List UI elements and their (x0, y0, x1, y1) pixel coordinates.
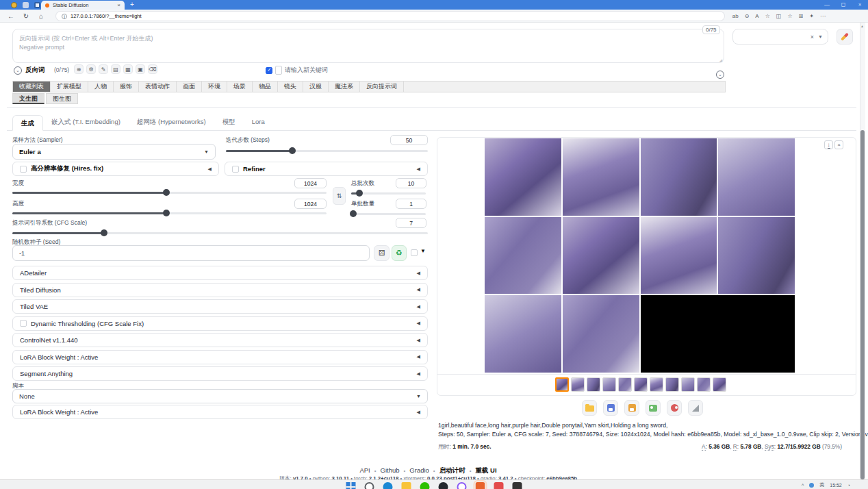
generated-image[interactable] (485, 138, 561, 216)
keyword-tab[interactable]: 场景 (227, 82, 253, 92)
home-icon[interactable]: ⌂ (36, 10, 47, 23)
hires-fix-toggle[interactable]: 高分辨率修复 (Hires. fix) ◀ (12, 162, 219, 176)
main-tab[interactable]: 生成 (12, 115, 43, 131)
batch-count-input[interactable]: 10 (396, 178, 426, 188)
thumbnail[interactable] (697, 377, 711, 392)
favorite-star-icon[interactable]: ☆ (765, 13, 770, 19)
main-tab[interactable]: 嵌入式 (T.I. Embedding) (43, 114, 129, 130)
accordion[interactable]: Tiled Diffusion◀ (12, 283, 428, 297)
extra-networks-icon[interactable]: ▦ (123, 64, 133, 74)
close-gallery-button[interactable]: × (834, 140, 843, 149)
bilibili-icon[interactable] (494, 482, 504, 489)
result-image-grid[interactable] (485, 138, 795, 373)
cfg-input[interactable]: 7 (396, 218, 426, 228)
keyword-tab[interactable]: 反向提示词 (360, 82, 404, 92)
keyword-tab[interactable]: 环境 (202, 82, 227, 92)
refiner-checkbox[interactable] (232, 166, 239, 173)
edit-styles-button[interactable] (837, 29, 853, 45)
accordion[interactable]: ADetailer◀ (12, 266, 428, 280)
system-tray[interactable]: ^ 英 15:52 ◔ (802, 481, 850, 488)
clear-styles-icon[interactable]: × (810, 34, 814, 40)
accordion-checkbox[interactable] (20, 320, 27, 327)
save-zip-button[interactable] (624, 400, 639, 416)
keyword-checkbox[interactable] (266, 67, 272, 74)
sampler-dropdown[interactable]: Euler a▼ (12, 144, 216, 160)
generated-image[interactable] (641, 138, 717, 216)
palette-button[interactable] (667, 400, 682, 416)
generated-image[interactable] (563, 138, 639, 216)
generated-image[interactable] (563, 295, 639, 373)
steps-slider[interactable] (226, 147, 428, 155)
back-icon[interactable]: ← (5, 10, 16, 23)
hires-checkbox[interactable] (20, 166, 27, 173)
download-image-button[interactable]: ↓ (824, 140, 833, 149)
edge-browser-icon[interactable] (383, 482, 393, 489)
translate-icon[interactable]: ab (732, 13, 739, 19)
keyword-tab[interactable]: 物品 (253, 82, 278, 92)
thumbnail[interactable] (602, 377, 616, 392)
batch-size-input[interactable]: 1 (396, 199, 426, 209)
keyword-tab[interactable]: 表情动作 (139, 82, 177, 92)
tray-network-icon[interactable] (809, 483, 814, 488)
thumbnail[interactable] (713, 377, 726, 392)
accordion[interactable]: Tiled VAE◀ (12, 299, 428, 314)
footer-link[interactable]: Github (381, 466, 400, 474)
width-input[interactable]: 1024 (294, 178, 327, 188)
notebook-icon[interactable]: ▤ (111, 64, 120, 74)
start-button[interactable] (346, 482, 356, 489)
save-button[interactable] (603, 400, 618, 416)
generated-image[interactable] (641, 217, 717, 294)
thumbnail[interactable] (618, 377, 632, 392)
thumbnail[interactable] (681, 377, 695, 392)
minimize-button[interactable]: — (819, 0, 835, 10)
collections-icon[interactable]: ⊞ (799, 13, 804, 19)
keyword-input[interactable] (275, 66, 282, 75)
profile-badge-icon[interactable] (11, 2, 17, 8)
collapse-section-icon[interactable]: ⌄ (14, 66, 22, 75)
swap-dimensions-button[interactable]: ⇅ (333, 187, 346, 205)
sd-launcher-icon[interactable] (476, 482, 485, 489)
generated-image[interactable] (485, 217, 561, 294)
trash-icon[interactable]: ⌫ (148, 64, 157, 74)
open-folder-button[interactable] (582, 400, 597, 416)
thumbnail[interactable] (571, 377, 585, 392)
keyword-tab[interactable]: 人物 (88, 82, 114, 92)
height-input[interactable]: 1024 (294, 199, 327, 209)
terminal-icon[interactable] (513, 482, 522, 489)
workspace-icon[interactable] (23, 2, 29, 8)
restore-button[interactable]: ◻ (835, 0, 852, 10)
close-button[interactable]: × (852, 0, 868, 10)
globe-icon[interactable]: ⊕ (74, 64, 84, 74)
notifications-icon[interactable]: ◔ (847, 483, 850, 488)
tab-close-icon[interactable]: × (117, 2, 120, 8)
height-slider[interactable] (12, 209, 327, 217)
footer-link[interactable]: 重载 UI (475, 466, 496, 474)
send-image-button[interactable] (646, 400, 661, 416)
loop-icon[interactable] (457, 482, 467, 489)
wechat-icon[interactable] (420, 482, 430, 489)
thumbnail[interactable] (665, 377, 679, 392)
github-desktop-icon[interactable] (439, 482, 448, 489)
generated-image[interactable] (485, 295, 561, 373)
random-seed-button[interactable]: ⚄ (374, 245, 390, 261)
ruler-button[interactable] (688, 400, 703, 416)
clipboard-icon[interactable]: ▣ (136, 64, 145, 74)
generated-image[interactable] (718, 138, 795, 216)
thumbnail[interactable] (555, 377, 569, 392)
zoom-icon[interactable]: ⊖ (745, 13, 750, 19)
more-menu-icon[interactable]: ⋯ (820, 13, 826, 19)
collapse-keyword-panel-icon[interactable]: ⌄ (716, 71, 724, 79)
main-tab[interactable]: Lora (244, 114, 273, 130)
accordion[interactable]: ControlNet v1.1.440◀ (12, 333, 428, 347)
reuse-seed-button[interactable]: ♻ (392, 245, 407, 261)
styles-dropdown[interactable]: × ▼ (732, 29, 828, 45)
black-filler-cell[interactable] (641, 295, 795, 373)
footer-link[interactable]: API (359, 466, 370, 474)
gear-icon[interactable]: ⚙ (86, 64, 96, 74)
refiner-toggle[interactable]: Refiner ◀ (225, 162, 428, 176)
accordion[interactable]: Dynamic Thresholding (CFG Scale Fix)◀ (12, 316, 428, 331)
generated-image[interactable] (563, 217, 639, 294)
footer-link[interactable]: Gradio (409, 466, 429, 474)
batch-count-slider[interactable] (351, 189, 426, 197)
keyword-tab[interactable]: 镜头 (278, 82, 303, 92)
